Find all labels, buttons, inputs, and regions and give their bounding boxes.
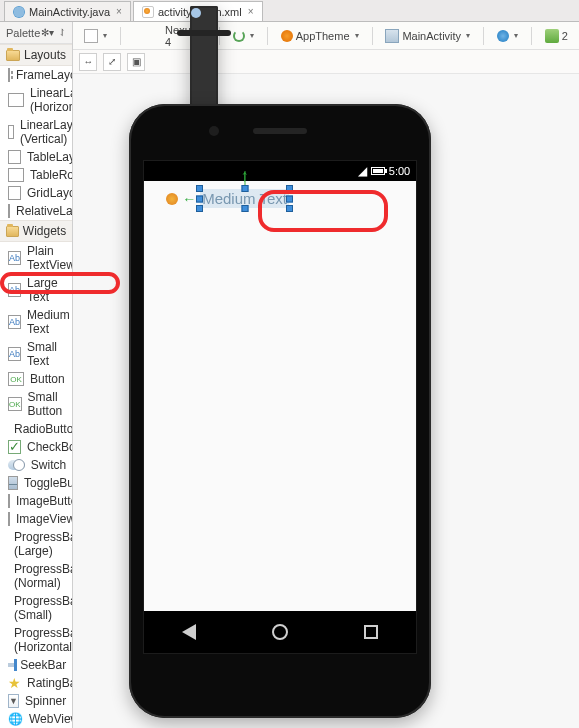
resize-handle[interactable] <box>286 195 293 202</box>
palette-item-spinner[interactable]: ▼Spinner <box>0 692 72 710</box>
resize-handle[interactable] <box>196 205 203 212</box>
separator <box>267 27 268 45</box>
palette-item-progressbar-large[interactable]: ProgressBar (Large) <box>0 528 72 560</box>
item-label: ImageView <box>16 512 72 526</box>
relativelayout-icon <box>8 204 10 218</box>
resize-handle[interactable] <box>241 205 248 212</box>
textview-icon: Ab <box>8 315 21 329</box>
home-icon[interactable] <box>272 624 288 640</box>
device-screen[interactable]: ◢ 5:00 ← ↑ Medium Text <box>143 160 417 654</box>
toggle-icon: — <box>8 476 18 490</box>
textview-icon: Ab <box>8 251 21 265</box>
pan-button[interactable]: ↔ <box>79 53 97 71</box>
tab-main-activity-java[interactable]: MainActivity.java × <box>4 1 131 21</box>
tablelayout-icon <box>8 150 21 164</box>
navigation-bar <box>144 611 416 653</box>
palette-item-framelayout[interactable]: FrameLayout <box>0 66 72 84</box>
item-label: FrameLayout <box>16 68 72 82</box>
palette-item-seekbar[interactable]: SeekBar <box>0 656 72 674</box>
palette-item-linearlayout-h[interactable]: LinearLayout (Horizontal) <box>0 84 72 116</box>
locale-selector[interactable] <box>492 27 523 45</box>
resize-handle[interactable] <box>286 205 293 212</box>
item-label: ToggleButton <box>24 476 72 490</box>
item-label: RadioButton <box>14 422 72 436</box>
resize-handle[interactable] <box>286 185 293 192</box>
palette-item-tablelayout[interactable]: TableLayout <box>0 148 72 166</box>
imageview-icon <box>8 512 10 526</box>
palette-item-checkbox[interactable]: ✓CheckBox <box>0 438 72 456</box>
palette-item-progressbar-horizontal[interactable]: ProgressBar (Horizontal) <box>0 624 72 656</box>
device-frame: ◢ 5:00 ← ↑ Medium Text <box>129 104 431 718</box>
item-label: Switch <box>31 458 66 472</box>
editor-tabs: MainActivity.java × activity_main.xml × <box>0 0 579 22</box>
orientation-selector[interactable] <box>228 27 259 45</box>
star-icon: ★ <box>8 676 21 690</box>
palette-item-relativelayout[interactable]: RelativeLayout <box>0 202 72 220</box>
palette-item-large-text[interactable]: AbLarge Text <box>0 274 72 306</box>
close-icon[interactable]: × <box>116 6 122 17</box>
palette-item-gridlayout[interactable]: GridLayout <box>0 184 72 202</box>
checkbox-icon: ✓ <box>8 440 21 454</box>
button-icon: OK <box>8 397 22 411</box>
separator <box>531 27 532 45</box>
palette-item-togglebutton[interactable]: —ToggleButton <box>0 474 72 492</box>
tab-label: MainActivity.java <box>29 6 110 18</box>
resize-handle[interactable] <box>196 195 203 202</box>
globe-icon: 🌐 <box>8 712 23 726</box>
palette-item-small-button[interactable]: OKSmall Button <box>0 388 72 420</box>
recents-icon[interactable] <box>364 625 378 639</box>
zoom-actual-button[interactable]: ⤢ <box>103 53 121 71</box>
palette-item-medium-text[interactable]: AbMedium Text <box>0 306 72 338</box>
imagebutton-icon <box>8 494 10 508</box>
group-widgets[interactable]: Widgets <box>0 220 72 242</box>
folder-icon <box>6 50 20 61</box>
layout-editor: Nexus 4 AppTheme MainActivity 2 ↔ ⤢ ▣ ◢ <box>73 22 579 728</box>
theme-selector[interactable]: AppTheme <box>276 27 364 45</box>
palette-item-imageview[interactable]: ImageView <box>0 510 72 528</box>
resize-handle[interactable] <box>196 185 203 192</box>
palette-item-button[interactable]: OKButton <box>0 370 72 388</box>
item-label: ProgressBar (Small) <box>14 594 72 622</box>
item-label: RelativeLayout <box>16 204 72 218</box>
textview-icon: Ab <box>8 283 21 297</box>
framelayout-icon <box>8 68 10 82</box>
group-layouts[interactable]: Layouts <box>0 44 72 66</box>
spinner-icon: ▼ <box>8 694 19 708</box>
palette-panel: Palette ✻▾ ⥌ Layouts FrameLayout LinearL… <box>0 22 73 728</box>
dropped-textview[interactable]: ↑ Medium Text <box>200 189 289 208</box>
palette-item-progressbar-small[interactable]: ProgressBar (Small) <box>0 592 72 624</box>
arrow-left-icon: ← <box>182 191 196 207</box>
palette-item-radiobutton[interactable]: RadioButton <box>0 420 72 438</box>
item-label: Button <box>30 372 65 386</box>
linearlayout-h-icon <box>8 93 24 107</box>
palette-item-plain-textview[interactable]: AbPlain TextView <box>0 242 72 274</box>
activity-selector[interactable]: MainActivity <box>380 26 475 46</box>
palette-item-small-text[interactable]: AbSmall Text <box>0 338 72 370</box>
api-selector[interactable]: 2 <box>540 26 573 46</box>
design-canvas[interactable]: ◢ 5:00 ← ↑ Medium Text <box>73 74 579 728</box>
item-label: Small Text <box>27 340 66 368</box>
collapse-icon[interactable]: ⥌ <box>58 27 66 38</box>
wifi-icon: ◢ <box>358 164 367 178</box>
item-label: GridLayout <box>27 186 72 200</box>
palette-item-switch[interactable]: Switch <box>0 456 72 474</box>
linearlayout-v-icon <box>8 125 14 139</box>
resize-handle[interactable] <box>241 185 248 192</box>
status-bar: ◢ 5:00 <box>144 161 416 181</box>
palette-item-webview[interactable]: 🌐WebView <box>0 710 72 728</box>
palette-item-linearlayout-v[interactable]: LinearLayout (Vertical) <box>0 116 72 148</box>
palette-item-tablerow[interactable]: TableRow <box>0 166 72 184</box>
clock: 5:00 <box>389 165 410 177</box>
design-surface-menu[interactable] <box>79 26 112 46</box>
back-icon[interactable] <box>182 624 196 640</box>
java-file-icon <box>13 6 25 18</box>
zoom-fit-button[interactable]: ▣ <box>127 53 145 71</box>
item-label: Large Text <box>27 276 66 304</box>
globe-icon <box>497 30 509 42</box>
api-label: 2 <box>562 30 568 42</box>
palette-item-imagebutton[interactable]: ImageButton <box>0 492 72 510</box>
close-icon[interactable]: × <box>248 6 254 17</box>
palette-item-ratingbar[interactable]: ★RatingBar <box>0 674 72 692</box>
gear-icon[interactable]: ✻▾ <box>41 27 54 38</box>
palette-item-progressbar-normal[interactable]: ProgressBar (Normal) <box>0 560 72 592</box>
